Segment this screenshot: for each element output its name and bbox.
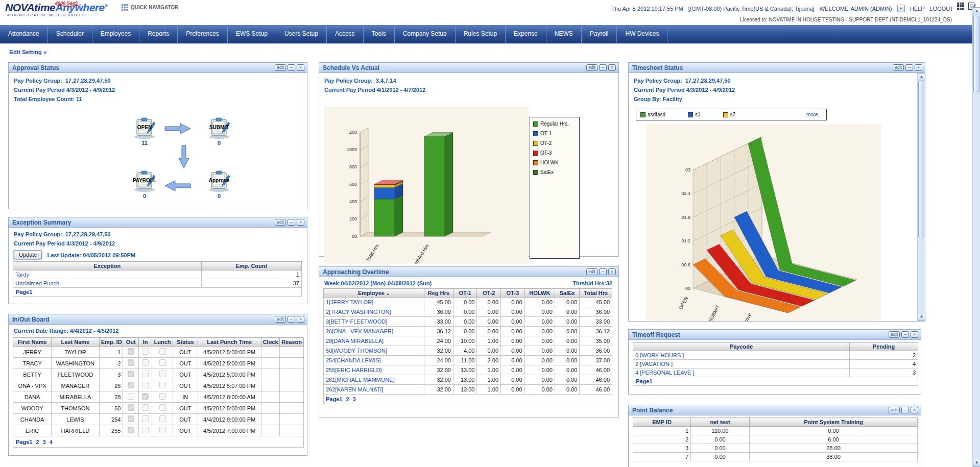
column-header-ot-3[interactable]: OT-3 bbox=[501, 289, 525, 298]
pager-page-link[interactable]: 2 bbox=[36, 439, 39, 445]
nav-item-scheduler[interactable]: Scheduler bbox=[48, 25, 92, 43]
nav-item-employees[interactable]: Employees bbox=[92, 25, 139, 43]
pager-page-link[interactable]: 2 bbox=[346, 396, 349, 402]
column-header-reg-hrs[interactable]: Reg Hrs bbox=[424, 289, 453, 298]
user-dropdown-button[interactable]: ▼ bbox=[897, 5, 905, 12]
nav-item-expense[interactable]: Expense bbox=[506, 25, 546, 43]
scroll-up-button[interactable]: ▲ bbox=[973, 7, 980, 15]
edit-button[interactable]: edit bbox=[275, 64, 286, 71]
legend-more-link[interactable]: more... bbox=[806, 112, 822, 117]
edit-button[interactable]: edit bbox=[275, 219, 286, 226]
pager-page-link[interactable]: 3 bbox=[353, 396, 356, 402]
paycode-link[interactable]: 4 [PERSONAL LEAVE ] bbox=[633, 368, 850, 377]
column-header-ot-1[interactable]: OT-1 bbox=[453, 289, 477, 298]
nav-item-attendance[interactable]: Attendance bbox=[0, 25, 48, 43]
nav-item-news[interactable]: NEWS bbox=[546, 25, 582, 43]
pager-current-page[interactable]: Page1 bbox=[326, 396, 342, 402]
edit-button[interactable]: edit bbox=[893, 64, 904, 71]
nav-item-preferences[interactable]: Preferences bbox=[178, 25, 228, 43]
nav-item-ews-setup[interactable]: EWS Setup bbox=[228, 25, 276, 43]
workflow-stage-approve[interactable]: Approve 0 bbox=[206, 169, 232, 199]
scrollbar-thumb[interactable] bbox=[918, 82, 924, 237]
employee-link[interactable]: 26[ONA - VPX MANAGER] bbox=[324, 327, 424, 336]
nav-item-payroll[interactable]: Payroll bbox=[582, 25, 617, 43]
close-button[interactable]: × bbox=[608, 268, 616, 275]
close-button[interactable]: × bbox=[297, 64, 304, 71]
edit-button[interactable]: edit bbox=[586, 64, 597, 71]
edit-button[interactable]: edit bbox=[889, 407, 900, 413]
employee-link[interactable]: 255[ERIC HARRIELD] bbox=[324, 365, 424, 375]
quick-navigator-button[interactable]: QUICK NAVIGATOR bbox=[122, 4, 178, 11]
column-header-holwk[interactable]: HOLWK bbox=[524, 289, 555, 298]
close-button[interactable]: × bbox=[915, 64, 922, 71]
edit-button[interactable]: edit bbox=[275, 316, 286, 323]
column-header-ot-2[interactable]: OT-2 bbox=[477, 289, 501, 298]
close-button[interactable]: × bbox=[297, 316, 304, 323]
employee-link[interactable]: 28[DANA MIRABELLA] bbox=[324, 336, 424, 346]
minimize-button[interactable]: – bbox=[901, 407, 909, 413]
close-button[interactable]: × bbox=[608, 64, 616, 71]
pager-current-page[interactable]: Page1 bbox=[636, 378, 652, 384]
nav-item-hw-devices[interactable]: HW Devices bbox=[617, 25, 667, 43]
panel-header[interactable]: Approaching Overtime edit – × bbox=[319, 267, 618, 277]
column-header-total-hrs[interactable]: Total Hrs bbox=[580, 289, 612, 298]
stage-count[interactable]: 11 bbox=[131, 140, 158, 146]
stage-count[interactable]: 0 bbox=[131, 193, 158, 199]
minimize-button[interactable]: – bbox=[599, 64, 607, 71]
employee-link[interactable]: 254[CHANDA LEWIS] bbox=[324, 356, 424, 365]
minimize-button[interactable]: – bbox=[901, 331, 909, 338]
stage-count[interactable]: 0 bbox=[206, 140, 232, 146]
apps-grid-icon[interactable] bbox=[957, 2, 965, 10]
workflow-stage-submit[interactable]: SUBMIT 0 bbox=[206, 116, 232, 146]
scroll-down-button[interactable]: ▼ bbox=[973, 459, 980, 467]
scroll-up-button[interactable]: ▲ bbox=[918, 73, 925, 81]
nav-item-tools[interactable]: Tools bbox=[364, 25, 395, 43]
nav-item-users-setup[interactable]: Users Setup bbox=[276, 25, 327, 43]
nav-item-access[interactable]: Access bbox=[327, 25, 364, 43]
panel-header[interactable]: In/Out Board edit – × bbox=[9, 314, 307, 325]
employee-link[interactable]: 1[JERRY TAYLOR] bbox=[324, 298, 424, 307]
help-link[interactable]: HELP bbox=[910, 6, 925, 12]
minimize-button[interactable]: – bbox=[288, 316, 295, 323]
update-button[interactable]: Update bbox=[14, 251, 42, 259]
employee-link[interactable]: 50[WOODY THOMSON] bbox=[324, 346, 424, 356]
stage-count[interactable]: 0 bbox=[206, 193, 232, 199]
minimize-button[interactable]: – bbox=[905, 64, 913, 71]
minimize-button[interactable]: – bbox=[599, 268, 607, 275]
minimize-button[interactable]: – bbox=[288, 219, 295, 226]
column-header-employee[interactable]: Employee▲ bbox=[324, 289, 424, 298]
close-button[interactable]: × bbox=[297, 219, 304, 226]
panel-header[interactable]: Schedule Vs Actual edit – × bbox=[319, 63, 618, 73]
edit-button[interactable]: edit bbox=[889, 331, 900, 338]
panel-header[interactable]: Exception Summary edit – × bbox=[9, 217, 307, 228]
page-scrollbar[interactable]: ▲ ▼ bbox=[972, 7, 980, 467]
employee-link[interactable]: 262[KAREN MALNATI] bbox=[324, 385, 424, 395]
paycode-link[interactable]: 2 [VACATION ] bbox=[633, 360, 850, 368]
scroll-down-button[interactable]: ▼ bbox=[918, 313, 925, 321]
close-button[interactable]: × bbox=[911, 331, 918, 338]
employee-link[interactable]: 2[TRACY WASHINGTON] bbox=[324, 307, 424, 317]
minimize-button[interactable]: – bbox=[288, 64, 295, 71]
edit-setting-link[interactable]: Edit Setting » bbox=[9, 49, 46, 55]
pager-current-page[interactable]: Page1 bbox=[16, 439, 32, 445]
close-button[interactable]: × bbox=[911, 407, 918, 413]
panel-scrollbar[interactable]: ▲ ▼ bbox=[917, 73, 925, 321]
edit-button[interactable]: edit bbox=[586, 268, 597, 275]
employee-link[interactable]: 261[MICHAEL MAMMONE] bbox=[324, 375, 424, 385]
nav-item-reports[interactable]: Reports bbox=[139, 25, 178, 43]
pager-page-link[interactable]: 4 bbox=[50, 439, 53, 445]
workflow-stage-open[interactable]: OPEN 11 bbox=[131, 116, 158, 146]
exception-link[interactable]: Unclaimed Punch bbox=[13, 279, 202, 288]
paycode-link[interactable]: 0 [WORK HOURS ] bbox=[633, 351, 850, 360]
panel-header[interactable]: Approval Status edit – × bbox=[9, 63, 307, 73]
nav-item-company-setup[interactable]: Company Setup bbox=[395, 25, 456, 43]
logout-link[interactable]: LOGOUT bbox=[930, 6, 953, 12]
panel-header[interactable]: Point Balance edit – × bbox=[629, 405, 921, 415]
pager-page-link[interactable]: 3 bbox=[43, 439, 46, 445]
panel-header[interactable]: Timeoff Request edit – × bbox=[629, 330, 921, 340]
workflow-stage-payroll[interactable]: PAYROLL 0 bbox=[131, 169, 158, 199]
exception-link[interactable]: Tardy bbox=[13, 271, 202, 279]
scrollbar-thumb[interactable] bbox=[973, 16, 979, 92]
pager-current-page[interactable]: Page1 bbox=[16, 289, 32, 295]
employee-link[interactable]: 3[BETTY FLEETWOOD] bbox=[324, 317, 424, 327]
